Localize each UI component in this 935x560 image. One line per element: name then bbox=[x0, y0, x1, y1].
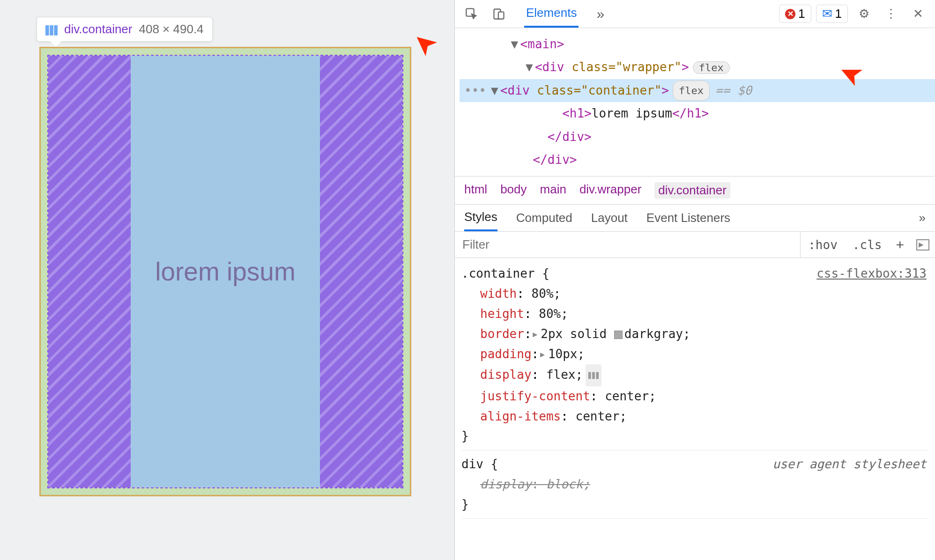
message-icon: ✉ bbox=[822, 7, 832, 21]
more-tabs-icon[interactable]: » bbox=[596, 6, 604, 22]
svg-rect-2 bbox=[54, 25, 58, 36]
devtools-toolbar: Elements » ✕ 1 ✉ 1 ⚙ ⋮ ✕ bbox=[455, 0, 935, 28]
content-area: lorem ipsum bbox=[131, 56, 320, 487]
prop-display-ua: display: block; bbox=[480, 474, 928, 494]
rule-user-agent[interactable]: user agent stylesheet div { display: blo… bbox=[461, 450, 928, 519]
prop-border[interactable]: border:▸2px solid darkgray; bbox=[480, 324, 928, 344]
rule-close-brace: } bbox=[461, 426, 928, 446]
rule-container[interactable]: css-flexbox:313 .container { width: 80%;… bbox=[461, 260, 928, 450]
rule-source-ua: user agent stylesheet bbox=[772, 454, 927, 474]
prop-height[interactable]: height: 80%; bbox=[480, 304, 928, 324]
crumb-wrapper[interactable]: div.wrapper bbox=[579, 182, 641, 199]
close-icon[interactable]: ✕ bbox=[907, 3, 929, 25]
svg-rect-7 bbox=[592, 372, 595, 379]
tab-layout[interactable]: Layout bbox=[591, 205, 628, 231]
inspect-element-icon[interactable] bbox=[460, 3, 483, 25]
rendered-page-preview: div.container 408 × 490.4 lorem ipsum ➤ bbox=[0, 0, 454, 560]
settings-icon[interactable]: ⚙ bbox=[853, 3, 875, 25]
prop-padding[interactable]: padding:▸10px; bbox=[480, 344, 928, 364]
computed-panel-toggle-icon[interactable] bbox=[916, 239, 929, 251]
svg-rect-5 bbox=[498, 12, 504, 19]
tooltip-element-name: div.container bbox=[64, 22, 133, 37]
flex-gap-left bbox=[48, 56, 131, 487]
devtools-panel: ➤ Elements » ✕ 1 ✉ 1 ⚙ ⋮ ✕ ▼<main> ▼<div… bbox=[454, 0, 935, 560]
element-tooltip: div.container 408 × 490.4 bbox=[37, 17, 213, 42]
svg-rect-6 bbox=[588, 372, 591, 379]
prop-display[interactable]: display: flex; bbox=[480, 364, 928, 386]
error-count: 1 bbox=[798, 7, 805, 21]
styles-sub-tabs: Styles Computed Layout Event Listeners » bbox=[455, 205, 935, 232]
flex-layout-icon bbox=[45, 24, 58, 35]
styles-filter-input[interactable] bbox=[455, 232, 801, 258]
tab-computed[interactable]: Computed bbox=[516, 205, 572, 231]
prop-align-items[interactable]: align-items: center; bbox=[480, 406, 928, 427]
dom-node-close-container[interactable]: </div> bbox=[460, 125, 935, 148]
svg-rect-1 bbox=[50, 25, 53, 36]
tab-event-listeners[interactable]: Event Listeners bbox=[646, 205, 730, 231]
ellipsis-icon[interactable]: ••• bbox=[464, 79, 486, 102]
cls-toggle[interactable]: .cls bbox=[845, 238, 890, 252]
device-toggle-icon[interactable] bbox=[488, 3, 510, 25]
expand-triangle-icon[interactable]: ▸ bbox=[532, 327, 539, 341]
color-swatch-icon[interactable] bbox=[614, 331, 623, 339]
breadcrumb: html body main div.wrapper div.container bbox=[455, 177, 935, 205]
dom-node-main[interactable]: ▼<main> bbox=[460, 33, 935, 56]
rule-close-brace-ua: } bbox=[461, 494, 928, 515]
styles-filter-row: :hov .cls + bbox=[455, 232, 935, 258]
error-icon: ✕ bbox=[785, 9, 795, 19]
tooltip-dimensions: 408 × 490.4 bbox=[139, 22, 204, 37]
more-subtabs-icon[interactable]: » bbox=[919, 211, 926, 225]
prop-justify-content[interactable]: justify-content: center; bbox=[480, 386, 928, 406]
rule-source-link[interactable]: css-flexbox:313 bbox=[816, 264, 927, 284]
flex-gap-right bbox=[320, 56, 402, 487]
dom-tree[interactable]: ▼<main> ▼<div class="wrapper">flex ••• ▼… bbox=[455, 28, 935, 177]
dom-node-container[interactable]: ••• ▼<div class="container">flex== $0 bbox=[460, 79, 935, 102]
crumb-html[interactable]: html bbox=[464, 182, 487, 199]
kebab-menu-icon[interactable]: ⋮ bbox=[880, 3, 902, 25]
heading-text: lorem ipsum bbox=[155, 257, 296, 287]
styles-pane: css-flexbox:313 .container { width: 80%;… bbox=[455, 258, 935, 560]
dom-node-close-wrapper[interactable]: </div> bbox=[460, 148, 935, 171]
flex-editor-icon[interactable] bbox=[586, 364, 601, 386]
dom-node-h1[interactable]: <h1>lorem ipsum</h1> bbox=[460, 102, 935, 125]
tab-styles[interactable]: Styles bbox=[464, 205, 497, 231]
message-count: 1 bbox=[835, 7, 842, 21]
crumb-body[interactable]: body bbox=[500, 182, 527, 199]
expand-triangle-icon[interactable]: ▸ bbox=[539, 347, 546, 361]
tab-elements[interactable]: Elements bbox=[524, 0, 579, 28]
content-box-overlay: lorem ipsum bbox=[47, 55, 403, 488]
message-badge[interactable]: ✉ 1 bbox=[816, 5, 848, 23]
svg-rect-8 bbox=[596, 372, 599, 379]
error-badge[interactable]: ✕ 1 bbox=[779, 5, 811, 23]
crumb-main[interactable]: main bbox=[540, 182, 566, 199]
new-style-rule-icon[interactable]: + bbox=[889, 237, 911, 253]
crumb-container[interactable]: div.container bbox=[654, 182, 730, 199]
svg-rect-0 bbox=[45, 25, 49, 36]
hov-toggle[interactable]: :hov bbox=[801, 238, 845, 252]
inspected-element-highlight: lorem ipsum bbox=[39, 47, 411, 496]
main-tabs: Elements » bbox=[524, 0, 604, 28]
prop-width[interactable]: width: 80%; bbox=[480, 284, 928, 304]
